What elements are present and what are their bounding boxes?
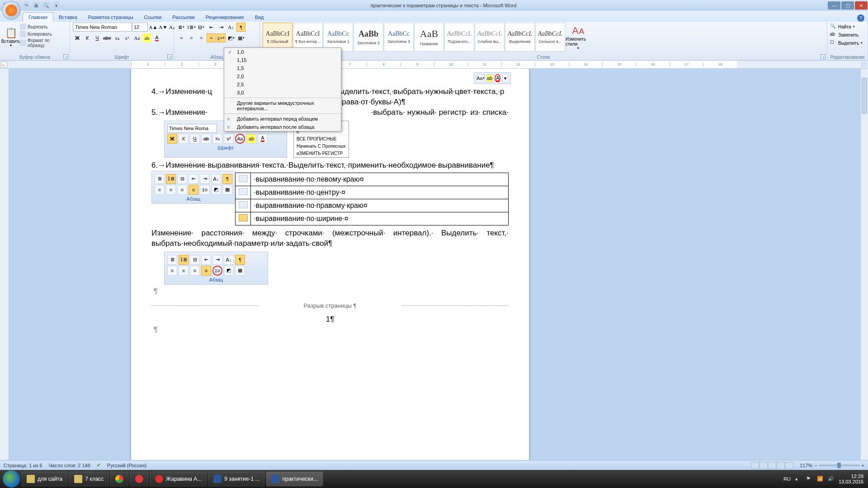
font-name-combo[interactable] (73, 23, 132, 32)
show-marks-button[interactable]: ¶ (236, 23, 245, 32)
maximize-button[interactable]: ▢ (841, 1, 854, 9)
style-h3[interactable]: AaBbCcЗаголовок 3 (384, 23, 414, 52)
ls-option-1-0[interactable]: 1,0 (224, 48, 341, 56)
subscript-button[interactable]: x₂ (113, 33, 122, 42)
tray-clock[interactable]: 12:28 13.03.2016 (839, 474, 865, 484)
paste-button[interactable]: 📋 Вставить ▼ (3, 23, 19, 52)
horizontal-ruler[interactable]: 123456789101112131415161718 (131, 61, 737, 68)
start-button[interactable] (3, 470, 20, 488)
line-spacing-button[interactable]: ‡≡▾ (217, 33, 226, 42)
style-emph[interactable]: AaBbCcLВыделение (505, 23, 535, 52)
quickprint-icon[interactable]: 🖶 (33, 2, 40, 9)
change-styles-button[interactable]: Aᴀ Изменить стили ▼ (566, 23, 591, 52)
bullets-button[interactable]: ≣▾ (177, 23, 186, 32)
align-right-button[interactable]: ≡ (197, 33, 206, 42)
vertical-ruler[interactable] (0, 69, 9, 471)
tab-selector[interactable]: ∟ (1, 61, 7, 68)
indent-button[interactable]: ⇥ (217, 23, 226, 32)
taskbar-word-2[interactable]: практически... (266, 472, 322, 486)
ls-option-1-15[interactable]: 1,15 (224, 56, 341, 64)
office-button[interactable] (2, 1, 21, 20)
style-title[interactable]: AaBНазвание (414, 23, 444, 52)
tray-flag-icon[interactable]: ⚑ (806, 476, 812, 482)
italic-button[interactable]: К (83, 33, 92, 42)
bold-button[interactable]: Ж (73, 33, 82, 42)
taskbar-opera[interactable] (130, 472, 148, 486)
tab-references[interactable]: Ссылки (139, 13, 167, 22)
zoom-out-button[interactable]: − (814, 463, 817, 468)
dialog-launcher-styles[interactable]: ↘ (821, 54, 826, 59)
tab-layout[interactable]: Разметка страницы (83, 13, 139, 22)
ruler-toggle[interactable] (861, 61, 867, 68)
scrollbar-thumb[interactable] (862, 78, 867, 114)
qat-more-icon[interactable]: ▾ (52, 2, 60, 9)
view-print-layout[interactable] (751, 462, 759, 469)
tray-up-icon[interactable]: ▴ (795, 476, 802, 482)
style-weak[interactable]: AaBbCcLСлабое вы... (475, 23, 505, 52)
tab-home[interactable]: Главная (23, 12, 53, 22)
numbering-button[interactable]: 1≣▾ (187, 23, 196, 32)
tab-insert[interactable]: Вставка (53, 13, 83, 22)
cut-button[interactable]: Вырезать (20, 23, 67, 30)
replace-button[interactable]: abЗаменить (830, 31, 865, 39)
help-icon[interactable]: ? (857, 14, 864, 22)
status-wordcount[interactable]: Число слов: 2 148 (49, 463, 90, 468)
styles-gallery[interactable]: AaBbCcI¶ Обычный AaBbCcI¶ Без интер... A… (263, 23, 824, 52)
close-button[interactable]: ✕ (855, 1, 868, 9)
status-proofing-icon[interactable]: ✔ (97, 462, 101, 468)
ls-add-after[interactable]: Добавить интервал после абзаца (224, 123, 341, 131)
tab-mailings[interactable]: Рассылки (167, 13, 200, 22)
strike-button[interactable]: abc (103, 33, 112, 42)
status-page[interactable]: Страница: 1 из 6 (4, 463, 42, 468)
style-h2[interactable]: AaBbЗаголовок 2 (354, 23, 383, 52)
taskbar-folder-2[interactable]: 7 класс (69, 472, 108, 486)
multilevel-button[interactable]: ⊟▾ (197, 23, 206, 32)
outdent-button[interactable]: ⇤ (207, 23, 216, 32)
align-center-button[interactable]: ≡ (187, 33, 196, 42)
style-strong[interactable]: AaBbCcLСильное в... (535, 23, 565, 52)
tray-volume-icon[interactable]: 🔊 (828, 476, 834, 482)
font-size-combo[interactable] (132, 23, 148, 32)
view-web-layout[interactable] (768, 462, 776, 469)
dialog-launcher-font[interactable]: ↘ (167, 54, 172, 59)
view-full-screen[interactable] (760, 462, 768, 469)
tab-view[interactable]: Вид (250, 13, 269, 22)
status-language[interactable]: Русский (Россия) (107, 463, 146, 468)
ls-option-2-5[interactable]: 2,5 (224, 80, 341, 89)
view-outline[interactable] (777, 462, 785, 469)
font-color-button[interactable]: A (152, 33, 161, 42)
copy-button[interactable]: Копировать (20, 31, 67, 37)
tray-language[interactable]: RU (783, 476, 791, 482)
highlight-button[interactable]: ab (142, 33, 151, 42)
ls-add-before[interactable]: Добавить интервал перед абзацем (224, 115, 341, 123)
taskbar-folder-1[interactable]: для сайта (22, 472, 67, 486)
taskbar-chrome[interactable] (110, 472, 128, 486)
borders-button[interactable]: ▦▾ (236, 33, 245, 42)
redo-icon[interactable]: ↷ (23, 2, 30, 9)
zoom-slider[interactable] (819, 465, 860, 466)
grow-font-button[interactable]: A▲ (149, 23, 158, 32)
format-painter-button[interactable]: Формат по образцу (20, 38, 67, 48)
underline-button[interactable]: Ч (93, 33, 102, 42)
preview-icon[interactable]: 🔍 (42, 2, 50, 9)
vertical-scrollbar[interactable] (860, 69, 868, 471)
ls-option-other[interactable]: Другие варианты междустрочных интервалов… (224, 99, 341, 113)
align-left-button[interactable]: ≡ (177, 33, 186, 42)
dialog-launcher-clipboard[interactable]: ↘ (63, 54, 68, 59)
ls-option-1-5[interactable]: 1,5 (224, 64, 341, 72)
superscript-button[interactable]: x² (123, 33, 132, 42)
zoom-in-button[interactable]: + (862, 463, 864, 468)
style-subtitle[interactable]: AaBbCcLПодзаголо... (444, 23, 474, 52)
tab-review[interactable]: Рецензирование (200, 13, 250, 22)
find-button[interactable]: 🔍Найти▾ (830, 23, 865, 31)
shrink-font-button[interactable]: A▼ (159, 23, 168, 32)
align-justify-button[interactable]: ≡ (207, 33, 216, 42)
ls-option-3-0[interactable]: 3,0 (224, 89, 341, 97)
taskbar-word-1[interactable]: 9 занятие-1 ... (208, 472, 264, 486)
zoom-value[interactable]: 117% (800, 463, 812, 468)
sort-button[interactable]: A↓ (226, 23, 236, 32)
change-case-button[interactable]: Aa (132, 33, 142, 42)
minimize-button[interactable]: — (828, 1, 840, 9)
tray-network-icon[interactable]: 📶 (817, 476, 823, 482)
taskbar-yandex[interactable]: Жаравина А... (150, 472, 207, 486)
